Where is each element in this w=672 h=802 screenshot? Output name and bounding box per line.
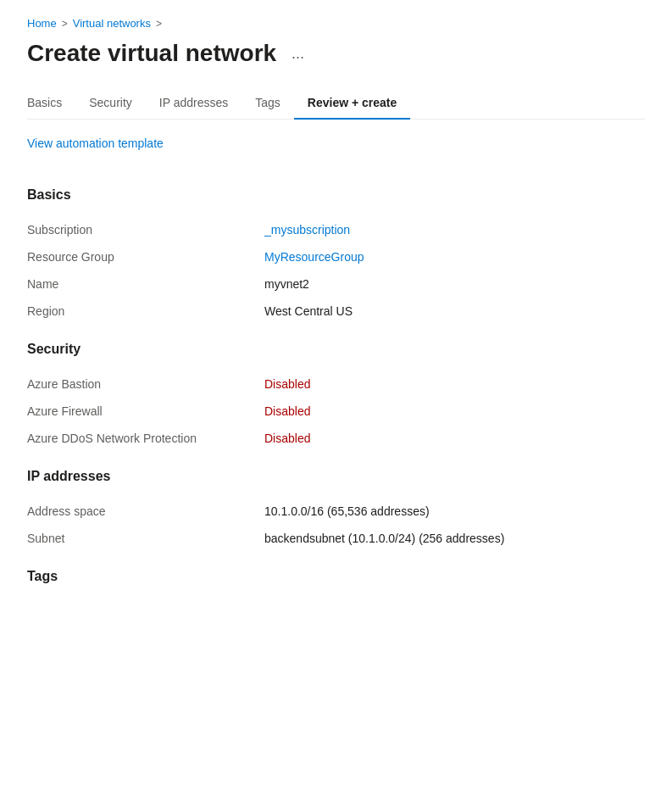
- azure-ddos-value: Disabled: [264, 432, 310, 445]
- name-row: Name myvnet2: [27, 270, 645, 298]
- tab-security[interactable]: Security: [75, 87, 146, 120]
- name-label: Name: [27, 277, 264, 291]
- ip-addresses-section-title: IP addresses: [27, 469, 645, 484]
- page-title: Create virtual network: [27, 40, 276, 67]
- breadcrumb-home[interactable]: Home: [27, 17, 57, 30]
- basics-section: Basics Subscription _mysubscription Reso…: [27, 187, 645, 325]
- azure-ddos-label: Azure DDoS Network Protection: [27, 432, 264, 445]
- address-space-value: 10.1.0.0/16 (65,536 addresses): [264, 504, 430, 518]
- tags-section-title: Tags: [27, 569, 645, 584]
- tab-basics[interactable]: Basics: [27, 87, 75, 120]
- address-space-label: Address space: [27, 504, 264, 518]
- basics-section-title: Basics: [27, 187, 645, 203]
- azure-bastion-label: Azure Bastion: [27, 377, 264, 391]
- tabs-bar: Basics Security IP addresses Tags Review…: [27, 87, 645, 120]
- breadcrumb-separator-1: >: [62, 18, 68, 30]
- tab-ip-addresses[interactable]: IP addresses: [146, 87, 242, 120]
- region-row: Region West Central US: [27, 298, 645, 325]
- azure-ddos-row: Azure DDoS Network Protection Disabled: [27, 425, 645, 452]
- azure-firewall-label: Azure Firewall: [27, 404, 264, 418]
- region-label: Region: [27, 304, 264, 318]
- subnet-label: Subnet: [27, 532, 264, 545]
- security-section-title: Security: [27, 342, 645, 357]
- page-title-row: Create virtual network ...: [27, 40, 645, 67]
- page-container: Home > Virtual networks > Create virtual…: [0, 0, 672, 632]
- resource-group-value: MyResourceGroup: [264, 250, 364, 264]
- azure-bastion-value: Disabled: [264, 377, 310, 391]
- subscription-value: _mysubscription: [264, 223, 350, 237]
- automation-template-link[interactable]: View automation template: [27, 136, 164, 150]
- breadcrumb-separator-2: >: [156, 18, 162, 30]
- subscription-label: Subscription: [27, 223, 264, 237]
- breadcrumb-virtual-networks[interactable]: Virtual networks: [73, 17, 151, 30]
- name-value: myvnet2: [264, 277, 309, 291]
- tags-section: Tags: [27, 569, 645, 584]
- subscription-row: Subscription _mysubscription: [27, 216, 645, 243]
- ip-addresses-section: IP addresses Address space 10.1.0.0/16 (…: [27, 469, 645, 552]
- ellipsis-button[interactable]: ...: [286, 43, 309, 64]
- azure-bastion-row: Azure Bastion Disabled: [27, 370, 645, 398]
- breadcrumb: Home > Virtual networks >: [27, 17, 645, 30]
- resource-group-row: Resource Group MyResourceGroup: [27, 243, 645, 270]
- subnet-value: backendsubnet (10.1.0.0/24) (256 address…: [264, 532, 504, 545]
- resource-group-label: Resource Group: [27, 250, 264, 264]
- security-section: Security Azure Bastion Disabled Azure Fi…: [27, 342, 645, 452]
- region-value: West Central US: [264, 304, 353, 318]
- address-space-row: Address space 10.1.0.0/16 (65,536 addres…: [27, 498, 645, 525]
- tab-review-create[interactable]: Review + create: [294, 87, 410, 120]
- azure-firewall-value: Disabled: [264, 404, 310, 418]
- subnet-row: Subnet backendsubnet (10.1.0.0/24) (256 …: [27, 525, 645, 552]
- azure-firewall-row: Azure Firewall Disabled: [27, 398, 645, 425]
- tab-tags[interactable]: Tags: [242, 87, 294, 120]
